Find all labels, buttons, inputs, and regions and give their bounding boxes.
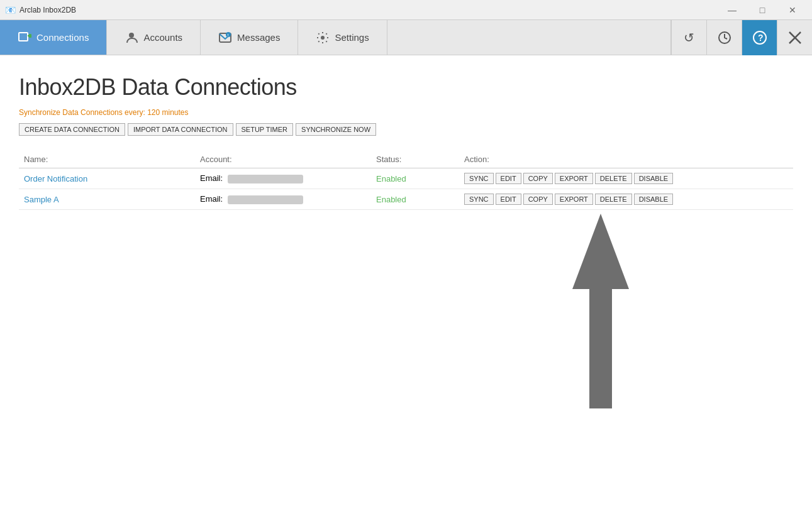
row1-name: Order Notification bbox=[19, 168, 195, 189]
settings-tab-label: Settings bbox=[335, 32, 369, 43]
row2-disable-button[interactable]: DISABLE bbox=[634, 194, 673, 205]
arrow-overlay bbox=[572, 214, 629, 411]
row1-account: Email: bbox=[195, 168, 371, 189]
tab-settings[interactable]: Settings bbox=[298, 20, 387, 55]
svg-text:?: ? bbox=[758, 33, 764, 43]
minimize-button[interactable]: — bbox=[718, 0, 747, 20]
synchronize-now-button[interactable]: SYNCHRONIZE NOW bbox=[296, 123, 376, 136]
page-title: Inbox2DB Data Connections bbox=[19, 74, 793, 101]
row2-copy-button[interactable]: COPY bbox=[523, 194, 553, 205]
data-table: Name: Account: Status: Action: Order Not… bbox=[19, 151, 793, 210]
row2-account: Email: bbox=[195, 189, 371, 210]
row2-action-buttons: SYNC EDIT COPY EXPORT DELETE DISABLE bbox=[464, 194, 788, 205]
app-icon: 📧 bbox=[5, 5, 16, 15]
main-content: Inbox2DB Data Connections Synchronize Da… bbox=[0, 55, 812, 509]
sync-value: 120 minutes bbox=[147, 108, 188, 117]
table-header: Name: Account: Status: Action: bbox=[19, 151, 793, 168]
close-button[interactable]: ✕ bbox=[778, 0, 807, 20]
messages-icon: ! bbox=[218, 31, 232, 45]
row2-name: Sample A bbox=[19, 189, 195, 210]
accounts-icon bbox=[125, 31, 138, 45]
accounts-tab-label: Accounts bbox=[143, 32, 182, 43]
row2-edit-button[interactable]: EDIT bbox=[496, 194, 521, 205]
nav-actions: ↺ ? bbox=[670, 20, 812, 55]
title-bar-left: 📧 Arclab Inbox2DB bbox=[5, 5, 76, 15]
svg-text:!: ! bbox=[228, 33, 229, 37]
nav-bar: Connections Accounts ! Messages Settings… bbox=[0, 20, 812, 55]
table-row: Order Notification Email: Enabled SYNC E… bbox=[19, 168, 793, 189]
svg-marker-13 bbox=[572, 214, 629, 408]
col-account: Account: bbox=[195, 151, 371, 168]
history-icon bbox=[717, 30, 732, 45]
maximize-button[interactable]: □ bbox=[748, 0, 777, 20]
create-data-connection-button[interactable]: CREATE DATA CONNECTION bbox=[19, 123, 125, 136]
svg-point-2 bbox=[28, 34, 31, 38]
toolbar: CREATE DATA CONNECTION IMPORT DATA CONNE… bbox=[19, 123, 793, 136]
row2-status-badge: Enabled bbox=[376, 195, 406, 204]
row2-account-type: Email: bbox=[200, 194, 223, 204]
history-button[interactable] bbox=[706, 20, 742, 55]
messages-tab-label: Messages bbox=[237, 32, 280, 43]
row2-name-link[interactable]: Sample A bbox=[24, 195, 59, 204]
table-body: Order Notification Email: Enabled SYNC E… bbox=[19, 168, 793, 210]
col-status: Status: bbox=[371, 151, 459, 168]
row1-actions: SYNC EDIT COPY EXPORT DELETE DISABLE bbox=[459, 168, 793, 189]
setup-timer-button[interactable]: SETUP TIMER bbox=[236, 123, 294, 136]
help-button[interactable]: ? bbox=[742, 20, 777, 55]
back-icon: ↺ bbox=[684, 30, 694, 45]
svg-point-3 bbox=[129, 33, 134, 38]
nav-spacer bbox=[387, 20, 670, 55]
col-action: Action: bbox=[459, 151, 793, 168]
back-button[interactable]: ↺ bbox=[671, 20, 706, 55]
row1-account-type: Email: bbox=[200, 173, 223, 183]
row1-status-badge: Enabled bbox=[376, 174, 406, 183]
settings-icon bbox=[316, 31, 330, 45]
app-title: Arclab Inbox2DB bbox=[19, 6, 76, 14]
row2-actions: SYNC EDIT COPY EXPORT DELETE DISABLE bbox=[459, 189, 793, 210]
row1-copy-button[interactable]: COPY bbox=[523, 173, 553, 184]
row1-status: Enabled bbox=[371, 168, 459, 189]
sync-label: Synchronize Data Connections every: bbox=[19, 108, 145, 117]
tab-accounts[interactable]: Accounts bbox=[107, 20, 201, 55]
row2-email-blurred bbox=[228, 195, 303, 204]
pin-icon bbox=[788, 31, 802, 45]
arrow-up-icon bbox=[572, 214, 629, 408]
row1-disable-button[interactable]: DISABLE bbox=[634, 173, 673, 184]
sync-info: Synchronize Data Connections every: 120 … bbox=[19, 108, 793, 117]
row1-delete-button[interactable]: DELETE bbox=[595, 173, 632, 184]
help-icon: ? bbox=[752, 30, 767, 45]
table-header-row: Name: Account: Status: Action: bbox=[19, 151, 793, 168]
row1-action-buttons: SYNC EDIT COPY EXPORT DELETE DISABLE bbox=[464, 173, 788, 184]
row1-sync-button[interactable]: SYNC bbox=[464, 173, 494, 184]
title-bar-controls: — □ ✕ bbox=[718, 0, 807, 20]
import-data-connection-button[interactable]: IMPORT DATA CONNECTION bbox=[128, 123, 233, 136]
row2-delete-button[interactable]: DELETE bbox=[595, 194, 632, 205]
table-row: Sample A Email: Enabled SYNC EDIT COPY E… bbox=[19, 189, 793, 210]
svg-rect-0 bbox=[19, 33, 28, 41]
tab-messages[interactable]: ! Messages bbox=[201, 20, 298, 55]
row1-email-blurred bbox=[228, 175, 303, 183]
row1-edit-button[interactable]: EDIT bbox=[496, 173, 521, 184]
connections-tab-label: Connections bbox=[36, 32, 89, 43]
row2-sync-button[interactable]: SYNC bbox=[464, 194, 494, 205]
tab-connections[interactable]: Connections bbox=[0, 20, 107, 55]
row2-export-button[interactable]: EXPORT bbox=[555, 194, 593, 205]
row1-export-button[interactable]: EXPORT bbox=[555, 173, 593, 184]
col-name: Name: bbox=[19, 151, 195, 168]
svg-point-7 bbox=[321, 36, 325, 40]
row2-status: Enabled bbox=[371, 189, 459, 210]
title-bar: 📧 Arclab Inbox2DB — □ ✕ bbox=[0, 0, 812, 20]
connections-icon bbox=[18, 31, 31, 45]
row1-name-link[interactable]: Order Notification bbox=[24, 174, 87, 183]
pin-button[interactable] bbox=[777, 20, 812, 55]
